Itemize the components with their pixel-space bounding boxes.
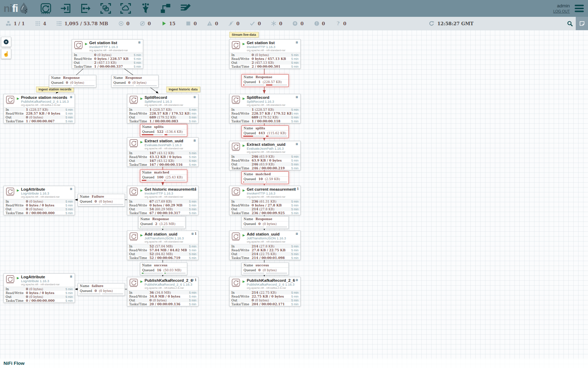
breadcrumb[interactable]: NiFi Flow: [4, 361, 24, 366]
connection-label[interactable]: Name success Queued 16 (50.03 MB): [140, 263, 187, 275]
backpressure-count-track: [142, 134, 163, 135]
transmitting-icon: [118, 21, 124, 26]
hamburger-icon[interactable]: [575, 4, 584, 13]
backpressure-bars: [140, 134, 187, 136]
grid-badge-icon: ⊞: [193, 139, 196, 142]
refresh-icon[interactable]: [429, 21, 434, 26]
processor[interactable]: ▶ Add station_uuid JoltTransformJSON 1.1…: [229, 231, 301, 260]
input-port-icon[interactable]: [60, 3, 71, 14]
grid-badge-icon: ⊞: [70, 95, 72, 99]
backpressure-bars: [242, 135, 288, 138]
processor[interactable]: ▶ Add station_uuid JoltTransformJSON 1.1…: [127, 231, 198, 260]
connection-label[interactable]: Name success Queued 0 (0 bytes): [241, 263, 289, 275]
processor-type: InvokeHTTP 1.16.3: [89, 45, 138, 49]
processor[interactable]: ▶ Get station list InvokeHTTP 1.16.3 org…: [229, 39, 301, 69]
grid-badge-icon: ⊞: [295, 142, 298, 146]
connection-label[interactable]: Name Response Queued 2 (3.25 MB): [138, 216, 186, 229]
processor-bundle: org.apache.nifi - nifi-kafka-2-6-nar: [145, 287, 191, 289]
running-status-icon: ▶: [140, 189, 143, 192]
queue-name-label: Name: [244, 264, 253, 267]
processor[interactable]: ▶ Extract station_uuid EvaluateJsonPath …: [229, 141, 301, 170]
backpressure-count-track: [142, 180, 163, 181]
processor[interactable]: ▶ SplitRecord SplitRecord 1.16.3 org.apa…: [127, 94, 198, 123]
node-count-badge: ⊞: [193, 95, 197, 99]
backpressure-bars: [78, 293, 125, 295]
processor-title: Extract station_uuid: [247, 142, 296, 146]
queued-size: (228.57 KB): [262, 80, 282, 84]
processor-stamp-icon: [74, 41, 83, 49]
stat-row: Read/Write0 bytes / 228.57 KB5 min: [72, 57, 143, 61]
compass-palette-button[interactable]: [1, 37, 11, 47]
header-right: admin LOG OUT: [553, 3, 584, 14]
stat-row: In1 (228.57 KB)5 min: [127, 108, 198, 111]
app-header: nifi admin LOG OUT: [0, 0, 588, 17]
stat-row: Tasks/Time52 / 00:00:06.7195 min: [127, 256, 198, 260]
processor[interactable]: ▶ SplitRecord SplitRecord 1.16.3 org.apa…: [229, 94, 301, 123]
status-item: 0: [314, 21, 325, 26]
queue-queued-label: Queued: [80, 200, 92, 203]
running-status-icon: ▶: [140, 97, 143, 100]
canvas-label[interactable]: Ingest historic data: [166, 87, 200, 92]
processor[interactable]: ▶ PublishKafkaRecord_2_6 PublishKafkaRec…: [229, 277, 301, 306]
flow-canvas[interactable]: NiFi Flow Name Response Queued 0 (0 byte…: [0, 30, 588, 368]
connection-label[interactable]: Name Response Queued 0 (0 bytes): [111, 75, 159, 88]
status-count: 0: [126, 21, 130, 26]
status-item: 1,095 / 53.78 MB: [56, 21, 108, 26]
stat-row: Read/Write0 bytes / 457.13 KB5 min: [230, 57, 300, 61]
connection-label[interactable]: Name Response Queued 0 (0 bytes): [49, 75, 96, 88]
funnel-icon[interactable]: [140, 3, 151, 14]
queue-queued-label: Queued: [244, 268, 256, 272]
stat-row: Out214 (22.75 KB)5 min: [230, 252, 300, 256]
queue-queued-label: Queued: [51, 81, 63, 84]
connection-label[interactable]: Name Failure Queued 0 (0 bytes): [78, 194, 125, 206]
canvas-label[interactable]: Stream live-data: [229, 32, 259, 38]
connection-label[interactable]: Name splits Queued 522 (136.4 KB): [140, 124, 187, 137]
remote-process-group-icon[interactable]: [120, 3, 131, 14]
connection-label[interactable]: Name failure Queued 0 (0 bytes): [78, 283, 125, 296]
connection-label[interactable]: Name splits Queued 443 (115.62 KB): [241, 125, 289, 138]
status-item: 0: [250, 21, 261, 26]
template-icon[interactable]: [160, 3, 171, 14]
connection-label[interactable]: Name matched Queued 100 (25.43 KB): [140, 170, 187, 182]
backpressure-size-track: [164, 134, 186, 135]
stat-row: Out0 (0 bytes)5 min: [4, 207, 75, 211]
hand-palette-button[interactable]: ☝: [1, 49, 11, 59]
processor[interactable]: ▶ PublishKafkaRecord_2_6 PublishKafkaRec…: [127, 277, 198, 306]
processor[interactable]: ▶ LogAttribute LogAttribute 1.16.3 org.a…: [4, 273, 75, 303]
grid-badge-icon: ⊞: [70, 275, 72, 278]
stat-row: Out246 (63.9 KB)5 min: [230, 162, 300, 166]
logout-link[interactable]: LOG OUT: [553, 9, 570, 14]
stat-row: Read/Write0 bytes / 27.8 KB5 min: [230, 203, 300, 207]
stat-row: Read/Write228.57 KB / 179.52 KB5 min: [230, 111, 300, 115]
queue-queued-label: Queued: [244, 80, 256, 84]
connection-label[interactable]: Name Response Queued 1 (228.57 KB): [241, 74, 289, 87]
backpressure-bars: [140, 179, 187, 182]
processor-icon[interactable]: [40, 3, 51, 14]
component-toolbar: [40, 3, 191, 14]
stat-row: Tasks/Time204 / 00:00:02.1715 min: [230, 302, 300, 306]
panel-toggle-button[interactable]: [576, 17, 588, 30]
stat-row: Out0 (0 bytes)5 min: [127, 298, 198, 302]
processor[interactable]: ▶ Extract station_uuid EvaluateJsonPath …: [127, 137, 198, 167]
status-item: 0: [228, 21, 239, 26]
processor[interactable]: ▶ Get historic measurements InvokeHTTP 1…: [127, 186, 198, 215]
processor[interactable]: ▶ Get station list InvokeHTTP 1.16.3 org…: [72, 39, 143, 69]
backpressure-count-track: [243, 182, 264, 183]
running-status-icon: ▶: [85, 42, 88, 46]
processor[interactable]: ▶ Get current measurement InvokeHTTP 1.1…: [229, 186, 301, 215]
processor-bundle: org.apache.nifi - nifi-standard-nar: [89, 49, 138, 52]
queued-size: (50.03 MB): [163, 268, 181, 272]
label-icon[interactable]: [180, 3, 191, 14]
processor-type: InvokeHTTP 1.16.3: [247, 45, 296, 49]
connection-label[interactable]: Name Response Queued 0 (0 bytes): [241, 216, 289, 229]
processor-title: Add station_uuid: [247, 232, 296, 236]
processor[interactable]: ▶ LogAttribute LogAttribute 1.16.3 org.a…: [4, 186, 75, 215]
search-button[interactable]: [564, 17, 576, 30]
output-port-icon[interactable]: [80, 3, 91, 14]
connection-label[interactable]: Name matched Queued 10 (2.59 KB): [241, 171, 289, 184]
status-count: 0: [343, 21, 346, 26]
processor[interactable]: ▶ Produce station records PublishKafkaRe…: [4, 94, 75, 123]
svg-text:?: ?: [336, 21, 340, 26]
stat-row: In52 (57.04 MB)5 min: [127, 244, 198, 248]
process-group-icon[interactable]: [100, 3, 111, 14]
